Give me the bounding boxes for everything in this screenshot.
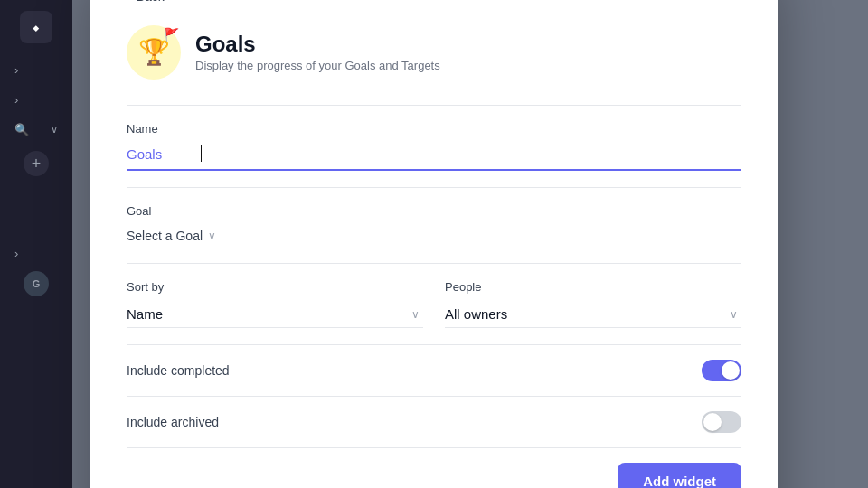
people-col: People All owners Me My team ∨ <box>445 280 741 328</box>
back-label: Back <box>137 0 165 4</box>
goals-modal: ‹ Back × 🏆 🚩 Goals Display the progress … <box>90 0 778 488</box>
sort-people-section: Sort by Name Created Due Date ∨ People A… <box>127 263 741 344</box>
people-select[interactable]: All owners Me My team <box>445 301 741 328</box>
back-button[interactable]: ‹ Back <box>127 0 741 4</box>
goal-section: Goal Select a Goal ∨ <box>127 187 741 263</box>
people-select-wrapper: All owners Me My team ∨ <box>445 301 741 328</box>
modal-footer: Add widget <box>127 448 741 489</box>
toggle-knob-completed <box>722 361 740 380</box>
include-completed-label: Include completed <box>127 363 230 378</box>
name-label: Name <box>127 122 741 136</box>
sort-select-wrapper: Name Created Due Date ∨ <box>127 301 423 328</box>
sort-select[interactable]: Name Created Due Date <box>127 301 423 328</box>
goal-placeholder: Select a Goal <box>127 229 203 243</box>
goal-chevron-icon: ∨ <box>208 230 216 242</box>
people-label: People <box>445 280 741 294</box>
name-section: Name Goals <box>127 105 741 187</box>
goal-dropdown[interactable]: Select a Goal ∨ <box>127 225 741 247</box>
modal-title-text: Goals Display the progress of your Goals… <box>195 32 440 72</box>
name-value[interactable]: Goals <box>127 143 199 165</box>
close-button[interactable]: × <box>731 0 760 7</box>
close-icon: × <box>740 0 750 3</box>
include-completed-toggle[interactable] <box>702 360 741 381</box>
sort-col: Sort by Name Created Due Date ∨ <box>127 280 423 328</box>
toggle-knob-archived <box>703 413 722 431</box>
include-archived-toggle[interactable] <box>702 411 741 433</box>
modal-title-row: 🏆 🚩 Goals Display the progress of your G… <box>127 25 741 80</box>
chevron-left-icon: ‹ <box>127 0 131 4</box>
include-archived-row: Include archived <box>127 396 741 448</box>
add-widget-button[interactable]: Add widget <box>618 463 741 489</box>
text-cursor <box>201 145 202 162</box>
modal-subtitle: Display the progress of your Goals and T… <box>195 59 440 72</box>
goals-icon-wrapper: 🏆 🚩 <box>127 25 181 80</box>
modal-title: Goals <box>195 32 440 57</box>
modal-overlay: ‹ Back × 🏆 🚩 Goals Display the progress … <box>0 0 868 488</box>
goal-label: Goal <box>127 204 741 218</box>
sort-label: Sort by <box>127 280 423 294</box>
include-archived-label: Include archived <box>127 415 219 429</box>
include-completed-row: Include completed <box>127 344 741 396</box>
flag-icon: 🚩 <box>164 27 179 42</box>
